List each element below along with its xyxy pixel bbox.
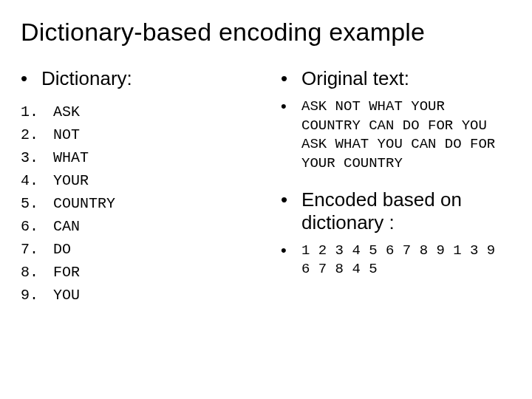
bullet-icon: • [281, 67, 301, 90]
list-number: 5. [21, 192, 53, 215]
slide-title: Dictionary-based encoding example [21, 18, 511, 47]
list-number: 1. [21, 100, 53, 123]
list-number: 6. [21, 215, 53, 238]
list-word: YOUR [53, 169, 89, 192]
columns: • Dictionary: 1.ASK 2.NOT 3.WHAT 4.YOUR … [21, 67, 511, 307]
list-word: ASK [53, 100, 80, 123]
list-item: 1.ASK [21, 100, 251, 123]
dictionary-list: 1.ASK 2.NOT 3.WHAT 4.YOUR 5.COUNTRY 6.CA… [21, 100, 251, 307]
encoded-heading-row: • Encoded based on dictionary : [281, 188, 511, 234]
list-item: 6.CAN [21, 215, 251, 238]
bullet-icon: • [281, 242, 301, 279]
dictionary-heading: Dictionary: [41, 67, 132, 90]
list-word: DO [53, 238, 71, 261]
list-word: NOT [53, 123, 80, 146]
list-number: 2. [21, 123, 53, 146]
list-item: 7.DO [21, 238, 251, 261]
list-number: 7. [21, 238, 53, 261]
list-item: 9.YOU [21, 284, 251, 307]
slide: Dictionary-based encoding example • Dict… [0, 0, 532, 399]
list-number: 4. [21, 169, 53, 192]
original-heading-row: • Original text: [281, 67, 511, 90]
list-item: 2.NOT [21, 123, 251, 146]
right-column: • Original text: • ASK NOT WHAT YOUR COU… [281, 67, 511, 307]
list-item: 8.FOR [21, 261, 251, 284]
list-number: 8. [21, 261, 53, 284]
encoded-heading: Encoded based on dictionary : [301, 188, 511, 234]
list-word: COUNTRY [53, 192, 115, 215]
list-word: CAN [53, 215, 80, 238]
list-number: 9. [21, 284, 53, 307]
bullet-icon: • [21, 67, 41, 90]
list-item: 3.WHAT [21, 146, 251, 169]
original-text-row: • ASK NOT WHAT YOUR COUNTRY CAN DO FOR Y… [281, 98, 511, 174]
list-word: FOR [53, 261, 80, 284]
encoded-text: 1 2 3 4 5 6 7 8 9 1 3 9 6 7 8 4 5 [301, 242, 511, 279]
left-column: • Dictionary: 1.ASK 2.NOT 3.WHAT 4.YOUR … [21, 67, 251, 307]
list-item: 4.YOUR [21, 169, 251, 192]
bullet-icon: • [281, 98, 301, 174]
list-item: 5.COUNTRY [21, 192, 251, 215]
list-word: YOU [53, 284, 80, 307]
list-word: WHAT [53, 146, 89, 169]
dictionary-heading-row: • Dictionary: [21, 67, 251, 90]
list-number: 3. [21, 146, 53, 169]
original-heading: Original text: [301, 67, 409, 90]
original-text: ASK NOT WHAT YOUR COUNTRY CAN DO FOR YOU… [301, 98, 511, 174]
encoded-text-row: • 1 2 3 4 5 6 7 8 9 1 3 9 6 7 8 4 5 [281, 242, 511, 279]
bullet-icon: • [281, 188, 301, 211]
